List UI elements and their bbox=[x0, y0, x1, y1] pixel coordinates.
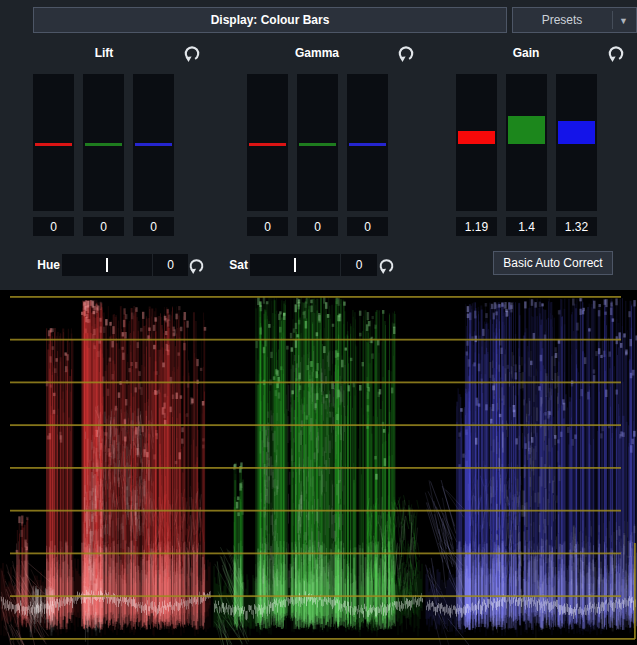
slider-handle[interactable] bbox=[85, 143, 122, 146]
gain-blue-value[interactable]: 1.32 bbox=[556, 217, 597, 236]
sat-slider-marker[interactable] bbox=[294, 258, 296, 272]
gain-reset-button[interactable] bbox=[607, 44, 625, 62]
lift-red-slider[interactable] bbox=[33, 74, 74, 211]
gamma-red-value[interactable]: 0 bbox=[247, 217, 288, 236]
lift-blue-slider[interactable] bbox=[133, 74, 174, 211]
slider-handle[interactable] bbox=[458, 131, 495, 144]
waveform-canvas bbox=[0, 290, 637, 645]
gamma-section-label: Gamma bbox=[267, 46, 367, 60]
rgb-parade-waveform-scope bbox=[0, 290, 637, 645]
gamma-blue-value[interactable]: 0 bbox=[347, 217, 388, 236]
lift-blue-value[interactable]: 0 bbox=[133, 217, 174, 236]
gamma-blue-slider[interactable] bbox=[347, 74, 388, 211]
slider-handle[interactable] bbox=[135, 143, 172, 146]
gain-red-slider[interactable] bbox=[456, 74, 497, 211]
gamma-reset-button[interactable] bbox=[397, 44, 415, 62]
slider-handle[interactable] bbox=[249, 143, 286, 146]
lift-reset-button[interactable] bbox=[183, 44, 201, 62]
presets-label: Presets bbox=[542, 13, 583, 27]
gamma-red-slider[interactable] bbox=[247, 74, 288, 211]
slider-handle[interactable] bbox=[349, 143, 386, 146]
divider bbox=[612, 11, 613, 29]
hue-slider[interactable] bbox=[62, 254, 152, 276]
gain-blue-slider[interactable] bbox=[556, 74, 597, 211]
gamma-green-slider[interactable] bbox=[297, 74, 338, 211]
gain-section-label: Gain bbox=[476, 46, 576, 60]
reset-icon bbox=[378, 257, 395, 274]
display-mode-button[interactable]: Display: Colour Bars bbox=[33, 7, 507, 33]
reset-icon bbox=[183, 44, 201, 62]
presets-dropdown[interactable]: Presets ▼ bbox=[512, 7, 637, 33]
sat-reset-button[interactable] bbox=[378, 256, 396, 274]
lift-green-value[interactable]: 0 bbox=[83, 217, 124, 236]
lift-red-value[interactable]: 0 bbox=[33, 217, 74, 236]
gamma-green-value[interactable]: 0 bbox=[297, 217, 338, 236]
reset-icon bbox=[397, 44, 415, 62]
basic-auto-correct-button[interactable]: Basic Auto Correct bbox=[493, 251, 613, 275]
lift-green-slider[interactable] bbox=[83, 74, 124, 211]
reset-icon bbox=[188, 257, 205, 274]
colour-correction-panel: Display: Colour Bars Presets ▼ Lift Gamm… bbox=[0, 0, 637, 645]
hue-reset-button[interactable] bbox=[188, 256, 206, 274]
gain-green-slider[interactable] bbox=[506, 74, 547, 211]
hue-slider-marker[interactable] bbox=[106, 258, 108, 272]
gain-green-value[interactable]: 1.4 bbox=[506, 217, 547, 236]
chevron-down-icon: ▼ bbox=[619, 16, 628, 26]
lift-section-label: Lift bbox=[54, 46, 154, 60]
slider-handle[interactable] bbox=[299, 143, 336, 146]
hue-value[interactable]: 0 bbox=[153, 254, 188, 276]
hue-label: Hue bbox=[30, 258, 60, 272]
gain-red-value[interactable]: 1.19 bbox=[456, 217, 497, 236]
slider-handle[interactable] bbox=[558, 121, 595, 144]
sat-label: Sat bbox=[218, 258, 248, 272]
sat-slider[interactable] bbox=[250, 254, 340, 276]
reset-icon bbox=[607, 44, 625, 62]
slider-handle[interactable] bbox=[508, 116, 545, 144]
slider-handle[interactable] bbox=[35, 143, 72, 146]
sat-value[interactable]: 0 bbox=[341, 254, 377, 276]
